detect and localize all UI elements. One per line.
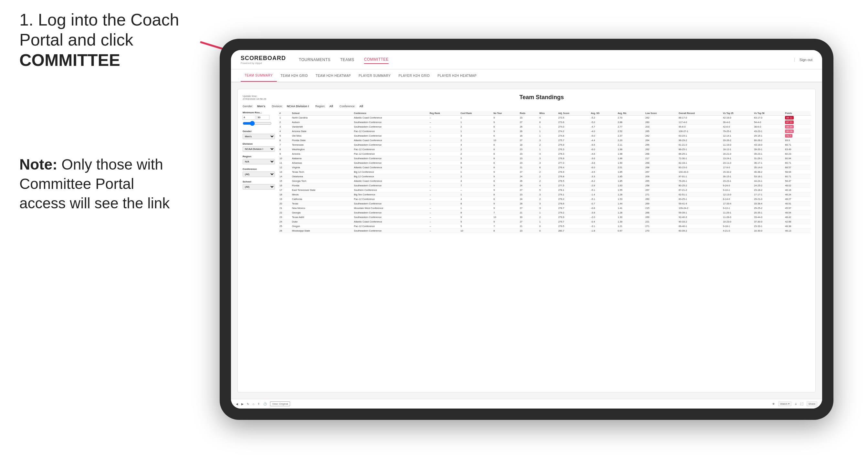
table-cell: 9 [492,116,519,120]
table-cell: 30-15-1 [722,175,753,179]
min-rank-to-input[interactable] [256,115,270,120]
instruction-step: 1. Log into the Coach Portal and click C… [20,10,200,70]
filter-row: Gender: Men's Division: NCAA Division I … [243,105,810,108]
toolbar-clock-btn[interactable]: 🕐 [263,402,267,406]
th-school: School [291,111,353,116]
table-cell: 23 [519,152,538,156]
table-cell: 9 [492,220,519,224]
rank-slider[interactable] [243,121,272,126]
table-cell: 46.24 [784,192,810,197]
table-cell: 268 [644,161,677,165]
table-cell: 1.86 [616,156,644,161]
table-row: 1North CarolinaAtlantic Coast Conference… [278,116,810,120]
panel-title: Team Standings [273,94,810,101]
table-cell: -3.1 [590,224,616,229]
filter-gender: Gender: Men's [243,105,265,108]
table-row: 25OregonPac-12 Conference–57210279.5-3.1… [278,224,810,229]
conference-select[interactable]: (All) [243,172,275,177]
table-cell: 20 [278,201,291,206]
table-cell: 11-19-0 [722,143,753,147]
table-cell: 24-25-2 [753,183,784,188]
table-cell: 8 [492,161,519,165]
table-cell: Pac-12 Conference [353,197,428,201]
table-cell: – [428,211,459,215]
table-cell: 276.9 [557,156,590,161]
table-cell: 61-21-0 [677,143,722,147]
table-cell: 8 [492,192,519,197]
table-cell: 2 [538,179,557,183]
table-cell: 60.94 [784,156,810,161]
table-cell: 9 [459,215,492,220]
sub-nav-player-h2h-heatmap[interactable]: PLAYER H2H HEATMAP [434,69,481,82]
table-cell: Oregon [291,224,353,229]
table-cell: 9-10-1 [722,188,753,192]
table-cell: 11 [278,161,291,165]
table-cell: 87-21-2 [677,188,722,192]
region-select[interactable]: N/A [243,159,275,164]
sub-nav-player-summary[interactable]: PLAYER SUMMARY [355,69,395,82]
table-cell: -1.4 [590,192,616,197]
main-content: Update time: 27/03/2024 16:56:26 Team St… [231,82,822,399]
school-select[interactable]: (All) [243,184,275,190]
sub-nav-team-h2h-grid[interactable]: TEAM H2H GRID [277,69,312,82]
toolbar-share-btn[interactable]: ⇑ [257,402,260,406]
toolbar-fullscreen-icon[interactable]: ⛶ [801,402,803,406]
table-row: 8WashingtonPac-12 Conference–28231276.3-… [278,147,810,152]
table-cell: 1.63 [616,183,644,188]
sub-nav-team-h2h-heatmap[interactable]: TEAM H2H HEATMAP [312,69,355,82]
table-cell: New Mexico [291,206,353,211]
th-no-tour: No Tour [492,111,519,116]
toolbar-watch-btn[interactable]: Watch ▾ [778,401,792,406]
toolbar-back-btn[interactable]: ◀ [236,402,238,406]
table-cell: 29-25-2 [753,206,784,211]
table-cell: Oklahoma [291,175,353,179]
toolbar-refresh-btn[interactable]: ↻ [247,402,249,406]
table-cell: 9 [492,188,519,192]
table-cell: 63.49 [784,147,810,152]
th-adj-score: Adj. Score [557,111,590,116]
table-cell: 33-26-2 [722,138,753,143]
table-cell: -0.4 [590,220,616,224]
table-cell: Mississippi State [291,229,353,233]
division-select[interactable]: NCAA Division I [243,146,275,152]
nav-signout[interactable]: Sign out [794,58,812,62]
table-wrapper[interactable]: # School Conference Reg Rank Conf Rank N… [278,111,810,385]
nav-tournaments[interactable]: TOURNAMENTS [299,56,331,64]
table-cell: Florida [291,183,353,188]
min-rank-from-input[interactable] [243,115,255,120]
table-cell: 9 [492,183,519,188]
toolbar-forward-btn[interactable]: ▶ [241,402,244,406]
filter-division: Division: NCAA Division I [272,105,309,108]
table-cell: 59-39-1 [677,211,722,215]
table-cell: 1.21 [616,224,644,229]
table-row: 5Ole MissSoutheastern Conference–3616127… [278,134,810,138]
table-cell: 3 [538,138,557,143]
table-cell: 6 [538,120,557,125]
table-cell: – [428,156,459,161]
table-cell: 2 [538,197,557,201]
table-cell: Alabama [291,156,353,161]
table-cell: 42-6-0 [722,125,753,129]
sub-nav-team-summary[interactable]: TEAM SUMMARY [241,69,277,82]
th-vs-top-50: Vs Top 50 [753,111,784,116]
table-cell: 2.37 [616,134,644,138]
table-cell: 1.85 [616,170,644,175]
table-cell: 24 [519,183,538,188]
toolbar-view-original-btn[interactable]: View: Original [270,401,290,406]
table-row: 19CaliforniaPac-12 Conference–48242278.2… [278,197,810,201]
table-cell: 27 [519,120,538,125]
nav-committee[interactable]: COMMITTEE [364,56,389,64]
table-cell: 7 [492,224,519,229]
table-cell: -4.6 [590,152,616,156]
toolbar-home-btn[interactable]: ⌂ [253,402,254,406]
table-cell: – [459,188,492,192]
toolbar-share-text-btn[interactable]: Share [807,401,817,406]
gender-select[interactable]: Men's [243,134,275,139]
sub-nav-player-h2h-grid[interactable]: PLAYER H2H GRID [395,69,434,82]
table-cell: Southeastern Conference [353,156,428,161]
table-cell: 11-28-3 [722,215,753,220]
table-cell: Southeastern Conference [353,183,428,188]
table-cell: 86-25-1 [677,152,722,156]
nav-teams[interactable]: TEAMS [340,56,354,64]
table-cell: – [428,183,459,188]
